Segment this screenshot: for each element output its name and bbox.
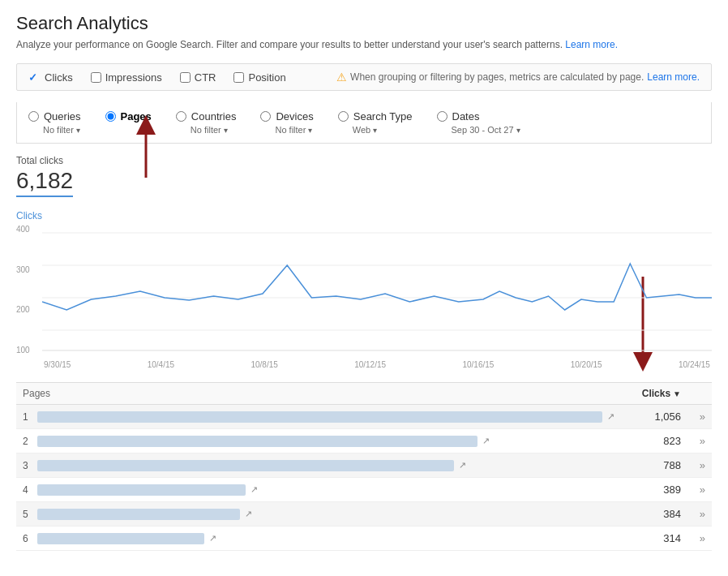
y-label-100: 100	[16, 346, 41, 355]
impressions-checkbox-label[interactable]: Impressions	[91, 71, 162, 84]
external-link-icon[interactable]: ↗	[459, 460, 466, 471]
group-devices: Devices No filter ▾	[260, 110, 313, 135]
x-label-5: 10/16/15	[462, 360, 494, 369]
countries-label: Countries	[191, 110, 237, 123]
y-axis: 400 300 200 100	[16, 225, 41, 355]
table-row: 1 ↗ 1,056 »	[16, 405, 712, 429]
x-label-7: 10/24/15	[679, 360, 710, 369]
external-link-icon[interactable]: ↗	[245, 509, 252, 519]
table-row: 4 ↗ 389 »	[16, 478, 712, 502]
group-countries: Countries No filter ▾	[176, 110, 237, 135]
dates-filter[interactable]: Sep 30 - Oct 27 ▾	[452, 125, 520, 135]
warning-icon: ⚠	[336, 71, 347, 84]
learn-more-link[interactable]: Learn more.	[565, 39, 618, 50]
row-num: 4	[23, 484, 37, 496]
table-row: 3 ↗ 788 »	[16, 453, 712, 478]
position-checkbox-label[interactable]: Position	[233, 71, 285, 84]
row-clicks: 1,056	[632, 411, 681, 423]
row-expand[interactable]: »	[681, 435, 705, 447]
queries-radio[interactable]	[28, 111, 39, 122]
row-num: 5	[23, 509, 37, 520]
position-label: Position	[248, 71, 285, 84]
search-type-label: Search Type	[353, 110, 413, 123]
devices-radio-label[interactable]: Devices	[260, 110, 313, 123]
row-clicks: 823	[632, 435, 681, 447]
row-expand[interactable]: »	[681, 411, 705, 423]
x-axis: 9/30/15 10/4/15 10/8/15 10/12/15 10/16/1…	[42, 360, 712, 369]
row-expand[interactable]: »	[681, 459, 705, 471]
page-bar	[37, 411, 602, 423]
queries-radio-label[interactable]: Queries	[28, 110, 81, 123]
devices-filter[interactable]: No filter ▾	[275, 125, 313, 135]
x-label-4: 10/12/15	[354, 360, 386, 369]
row-clicks: 788	[632, 459, 681, 471]
row-expand[interactable]: »	[681, 484, 705, 496]
chart-svg-wrapper	[42, 225, 712, 357]
search-type-radio[interactable]	[338, 111, 349, 122]
dates-radio[interactable]	[437, 111, 448, 122]
ctr-checkbox[interactable]	[180, 72, 191, 83]
page-bar	[37, 533, 204, 544]
row-page: ↗	[37, 460, 632, 471]
group-search-type: Search Type Web ▾	[338, 110, 413, 135]
total-clicks-value: 6,182	[16, 168, 73, 197]
table-row: 2 ↗ 823 »	[16, 429, 712, 453]
pages-label: Pages	[121, 110, 152, 123]
row-clicks: 384	[632, 508, 681, 520]
x-label-2: 10/4/15	[148, 360, 174, 369]
row-clicks: 314	[632, 532, 681, 544]
pages-radio-label[interactable]: Pages	[105, 110, 152, 123]
ctr-checkbox-label[interactable]: CTR	[180, 71, 216, 84]
devices-radio[interactable]	[260, 111, 271, 122]
search-type-radio-label[interactable]: Search Type	[338, 110, 413, 123]
page-subtitle: Analyze your performance on Google Searc…	[16, 39, 712, 50]
row-expand[interactable]: »	[681, 532, 705, 544]
group-dates: Dates Sep 30 - Oct 27 ▾	[437, 110, 520, 135]
row-expand[interactable]: »	[681, 508, 705, 520]
y-label-300: 300	[16, 265, 41, 274]
clicks-checkbox-label[interactable]: ✓ Clicks	[28, 71, 73, 84]
dates-radio-label[interactable]: Dates	[437, 110, 520, 123]
table-row: 6 ↗ 314 »	[16, 527, 712, 551]
col-clicks-header[interactable]: Clicks ▼	[642, 388, 681, 399]
sort-icon: ▼	[673, 389, 681, 398]
metrics-bar: ✓ Clicks Impressions CTR Position ⚠ When…	[16, 63, 712, 91]
ctr-label: CTR	[195, 71, 216, 84]
pages-radio[interactable]	[105, 111, 116, 122]
chart-label: Clicks	[16, 210, 712, 221]
metrics-warning: ⚠ When grouping or filtering by pages, m…	[336, 71, 700, 84]
external-link-icon[interactable]: ↗	[607, 411, 615, 422]
row-page: ↗	[37, 436, 632, 447]
row-clicks: 389	[632, 484, 681, 496]
countries-filter[interactable]: No filter ▾	[191, 125, 237, 135]
queries-label: Queries	[44, 110, 81, 123]
page-bar	[37, 484, 246, 496]
external-link-icon[interactable]: ↗	[482, 436, 490, 446]
page-bar	[37, 436, 477, 447]
x-label-1: 9/30/15	[44, 360, 71, 369]
group-queries: Queries No filter ▾	[28, 110, 81, 135]
queries-filter[interactable]: No filter ▾	[43, 125, 81, 135]
col-pages-header: Pages	[23, 388, 642, 399]
position-checkbox[interactable]	[233, 72, 244, 83]
countries-radio[interactable]	[176, 111, 186, 122]
row-num: 3	[23, 460, 37, 471]
group-pages: Pages	[105, 110, 152, 123]
countries-radio-label[interactable]: Countries	[176, 110, 237, 123]
row-num: 6	[23, 533, 37, 544]
table-row: 5 ↗ 384 »	[16, 502, 712, 527]
x-label-3: 10/8/15	[251, 360, 277, 369]
impressions-checkbox[interactable]	[91, 72, 101, 83]
clicks-label: Clicks	[45, 71, 73, 84]
total-clicks-label: Total clicks	[16, 155, 712, 166]
search-type-filter[interactable]: Web ▾	[353, 125, 413, 135]
row-num: 1	[23, 411, 37, 423]
warning-learn-more[interactable]: Learn more.	[647, 71, 700, 83]
dates-label: Dates	[452, 110, 480, 123]
row-page: ↗	[37, 484, 632, 496]
data-table: Pages Clicks ▼ 1 ↗ 1,056 » 2 ↗ 823	[16, 382, 712, 551]
external-link-icon[interactable]: ↗	[209, 533, 216, 544]
chart-area: 400 300 200 100	[16, 225, 712, 357]
page-wrapper: Search Analytics Analyze your performanc…	[16, 13, 712, 551]
external-link-icon[interactable]: ↗	[251, 484, 258, 495]
